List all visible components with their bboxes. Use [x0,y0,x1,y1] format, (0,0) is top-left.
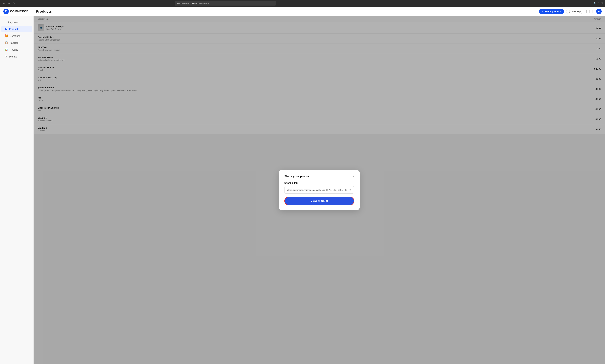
sidebar-item-products[interactable]: 🏷 Products [1,26,32,32]
invoices-icon: 📋 [5,41,8,44]
avatar[interactable]: P [596,9,602,14]
forward-button[interactable]: → [7,1,11,5]
modal-close-button[interactable]: × [352,175,354,178]
content-area: Description Amount 🧥 Onchain Jerseys Bas… [34,16,605,364]
link-input-row: ⧉ [284,186,354,194]
link-input[interactable] [286,189,349,191]
sidebar-item-payments[interactable]: ○ Payments [1,19,32,26]
share-link-label: Share a link [284,182,354,184]
modal-header: Share your product × [284,175,354,178]
browser-actions: 🔍 ☆ 🛡 [593,2,603,5]
back-button[interactable]: ← [2,1,6,5]
extension-icon: 🛡 [601,2,603,5]
star-icon: ☆ [597,2,600,5]
copy-link-button[interactable]: ⧉ [349,188,352,192]
refresh-button[interactable]: ↻ [12,1,15,5]
page-title: Products [36,9,536,13]
sidebar-item-settings[interactable]: ⚙ Settings [1,53,32,60]
url-text: beta.commerce.coinbase.com/products [177,2,209,4]
sidebar-item-invoices[interactable]: 📋 Invoices [1,39,32,46]
logo-area: C COMMERCE [3,9,30,14]
app-container: C COMMERCE Products Create a product 💬 G… [0,7,605,364]
settings-icon: ⚙ [5,55,7,58]
chat-icon: 💬 [569,10,571,13]
sidebar-item-label: Invoices [10,41,18,44]
modal-title: Share your product [284,175,311,178]
sidebar: ○ Payments 🏷 Products 🎁 Donations 📋 Invo… [0,16,34,364]
browser-chrome: ← → ↻ beta.commerce.coinbase.com/product… [0,0,605,7]
sidebar-item-label: Payments [8,21,18,24]
brand-name: COMMERCE [10,10,28,13]
sidebar-item-label: Products [9,28,19,30]
sidebar-item-donations[interactable]: 🎁 Donations [1,33,32,39]
sidebar-item-label: Donations [10,35,20,37]
share-product-modal: Share your product × Share a link ⧉ View… [279,170,360,210]
sidebar-item-reports[interactable]: 📊 Reports [1,46,32,53]
url-bar[interactable]: beta.commerce.coinbase.com/products [175,1,276,6]
donations-icon: 🎁 [5,34,8,38]
modal-overlay[interactable]: Share your product × Share a link ⧉ View… [34,16,605,364]
payments-icon: ○ [5,21,6,24]
header-actions: Create a product 💬 Get help ⋮⋮⋮ P [539,9,602,14]
zoom-icon: 🔍 [593,2,596,5]
get-help-button[interactable]: 💬 Get help [566,9,583,14]
reports-icon: 📊 [5,48,8,51]
top-header: C COMMERCE Products Create a product 💬 G… [0,7,605,16]
main-area: ○ Payments 🏷 Products 🎁 Donations 📋 Invo… [0,16,605,364]
create-product-button[interactable]: Create a product [539,9,564,14]
view-product-button[interactable]: View product [284,197,354,205]
sidebar-item-label: Settings [9,55,17,58]
header-divider [33,9,33,14]
sidebar-item-label: Reports [10,48,18,51]
grid-icon[interactable]: ⋮⋮⋮ [585,10,594,13]
products-icon: 🏷 [5,27,7,31]
coinbase-logo-icon: C [3,9,9,14]
